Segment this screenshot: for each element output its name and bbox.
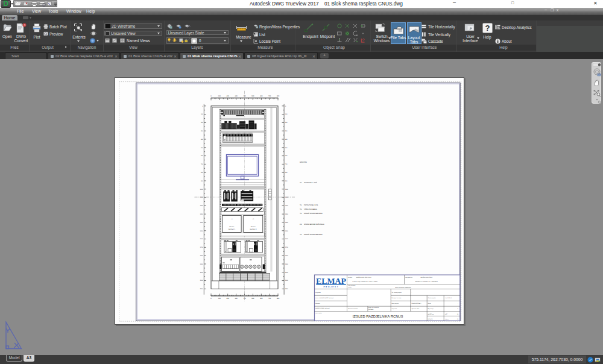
svg-text:0: 0 [210,298,212,300]
svg-text:01: 01 [457,313,458,315]
svg-text:700: 700 [268,95,271,97]
svg-text:Split, 01 / 2015.: Split, 01 / 2015. [412,308,420,310]
svg-text:0: 0 [202,105,203,107]
svg-text:naziv nacrta:: naziv nacrta: [315,312,322,314]
svg-text:0: 0 [285,105,286,107]
svg-text:Razradio:: Razradio: [315,303,321,304]
svg-text:Naziv projekta: Naziv projekta [392,303,399,304]
svg-text:900: 900 [285,180,288,182]
svg-text:TU: TU [300,209,302,210]
svg-text:800: 800 [277,95,280,97]
svg-text:100: 100 [201,114,203,116]
svg-text:2000: 2000 [200,272,204,274]
svg-text:700: 700 [201,163,203,165]
svg-text:TU: TU [300,204,302,206]
svg-text:1600: 1600 [200,239,204,240]
svg-text:500: 500 [285,147,288,149]
svg-text:VODILICA KABELA: VODILICA KABELA [304,209,317,210]
svg-text:Listova: Listova [445,318,449,320]
svg-text:1000: 1000 [200,189,204,190]
svg-text:IZGLED RAZDJELNIKA RCNUS: IZGLED RAZDJELNIKA RCNUS [353,315,403,319]
svg-text:900: 900 [201,180,203,182]
svg-text:REKONSTR. I DOGRAD. PUT. TERMI: REKONSTR. I DOGRAD. PUT. TERMINALA [415,281,438,283]
svg-text:NOSAČ SCADA SERVERA: NOSAČ SCADA SERVERA [304,212,323,215]
svg-text:1400: 1400 [200,222,204,224]
svg-text:SCADA SERVER RAČUNALA: SCADA SERVER RAČUNALA [304,223,324,225]
svg-text:100: 100 [218,298,221,300]
svg-text:200: 200 [201,122,203,124]
svg-text:SERVER 1: SERVER 1 [229,228,236,230]
svg-text:Oznaka projekta: Oznaka projekta [428,297,436,299]
svg-text:400: 400 [201,139,203,140]
svg-text:500: 500 [201,147,203,149]
svg-text:200: 200 [285,122,288,124]
svg-text:2100: 2100 [200,280,204,282]
svg-text:Br. mape / br. mapa: Br. mape / br. mapa [392,297,402,299]
svg-text:2200: 2200 [285,288,289,290]
svg-text:SCADA: SCADA [229,226,234,228]
svg-text:Broj revizije: Broj revizije [428,308,434,310]
svg-text:600: 600 [285,155,288,157]
svg-text:600: 600 [260,298,263,300]
svg-text:Mjerilo: Mjerilo [428,303,431,304]
svg-text:700: 700 [268,298,271,300]
svg-text:800: 800 [277,298,280,300]
svg-text:Projektant:: Projektant: [315,292,321,293]
svg-text:ZRAČNA LUKA SPLIT: ZRAČNA LUKA SPLIT [421,277,434,278]
svg-text:GLAVNI PROJEKT: GLAVNI PROJEKT [412,303,422,304]
svg-text:TU: TU [300,234,302,236]
svg-text:1800: 1800 [200,255,204,257]
svg-text:NACRT broj:: NACRT broj: [428,313,435,315]
svg-text:300: 300 [235,95,238,97]
svg-text:1400: 1400 [285,222,289,224]
svg-text:600: 600 [260,95,263,97]
svg-text:0: 0 [210,95,212,97]
svg-text:300: 300 [235,298,238,300]
svg-text:1900: 1900 [200,263,204,265]
svg-text:ELEKTROTEHNIČKI: ELEKTROTEHNIČKI [368,307,379,309]
svg-text:1700: 1700 [285,246,289,248]
svg-text:500: 500 [251,95,254,97]
svg-text:SERVER 2: SERVER 2 [250,228,257,230]
svg-text:600: 600 [201,155,203,157]
svg-text:200: 200 [227,298,230,300]
svg-text:1600: 1600 [285,239,289,240]
svg-text:ZRAČNA LUKA SPLIT d.o.o.: ZRAČNA LUKA SPLIT d.o.o. [356,277,372,278]
svg-text:200: 200 [227,95,230,97]
svg-text:TASTATURA + MIŠ: TASTATURA + MIŠ [304,181,317,184]
svg-text:1200: 1200 [285,205,289,207]
svg-text:800: 800 [201,172,203,174]
svg-text:2D: 2D [598,74,601,76]
svg-text:08: 08 [457,318,458,320]
svg-text:1/004-0-1: 1/004-0-1 [428,318,433,320]
svg-text:1300: 1300 [285,213,289,215]
svg-text:Zaj. oznaka projekta: Zaj. oznaka projekta [392,292,402,293]
svg-text:1300: 1300 [200,213,204,215]
svg-text:400: 400 [243,95,246,97]
svg-text:1200: 1200 [200,205,204,207]
svg-text:2000: 2000 [285,272,289,274]
svg-text:NOVI PUTNIČKI TERMINAL: NOVI PUTNIČKI TERMINAL [395,287,411,289]
svg-text:400: 400 [243,298,246,300]
svg-text:KU: KU [300,224,302,225]
svg-text:2200: 2200 [200,288,204,290]
svg-text:PROJEKT: PROJEKT [368,309,374,310]
svg-text:1500: 1500 [285,230,289,232]
svg-text:ELMAP: ELMAP [316,277,346,286]
svg-text:300: 300 [201,130,203,132]
svg-text:PROJEKT: PROJEKT [323,286,339,288]
svg-text:Idejni crtež: Idejni crtež [392,308,397,310]
svg-text:400: 400 [285,139,288,140]
svg-text:1700: 1700 [200,246,204,248]
svg-text:zadatka:: zadatka: [348,286,352,288]
svg-text:PATCH PANEL RJ45: PATCH PANEL RJ45 [304,204,318,206]
svg-text:300: 300 [285,130,288,132]
svg-text:1800: 1800 [285,255,289,257]
svg-text:2100: 2100 [285,280,289,282]
svg-text:500: 500 [251,298,254,300]
svg-text:mr. sc. ZDRAVKO BAŠIĆ, dipl.in: mr. sc. ZDRAVKO BAŠIĆ, dipl.ing.el. [315,297,334,299]
svg-text:1000: 1000 [285,189,289,190]
svg-text:100: 100 [218,95,221,97]
svg-text:100: 100 [285,114,288,116]
svg-text:DAMIR RUŽMAN, dipl.ing.el.: DAMIR RUŽMAN, dipl.ing.el. [315,307,330,309]
